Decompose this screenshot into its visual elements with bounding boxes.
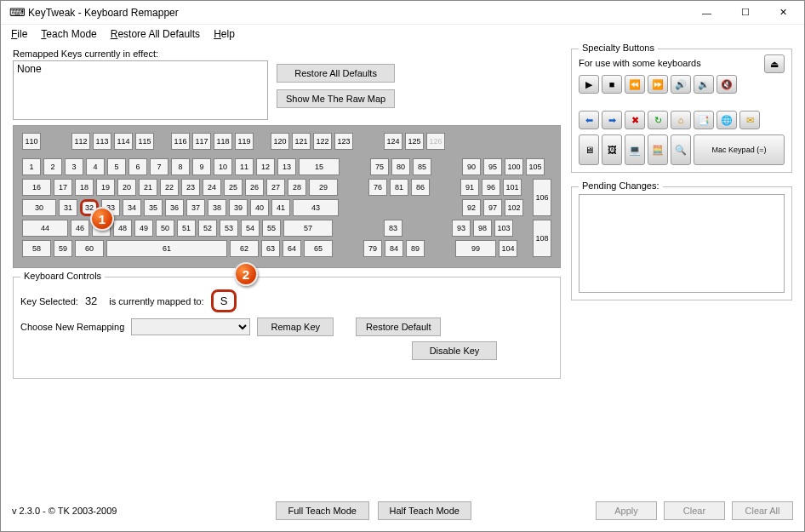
key-80[interactable]: 80 — [391, 158, 410, 175]
key-76[interactable]: 76 — [368, 179, 387, 196]
key-99[interactable]: 99 — [455, 240, 496, 257]
key-24[interactable]: 24 — [203, 179, 221, 196]
key-100[interactable]: 100 — [505, 158, 523, 175]
key-104[interactable]: 104 — [499, 240, 517, 257]
calculator-icon[interactable]: 🧮 — [648, 134, 668, 165]
half-teach-button[interactable]: Half Teach Mode — [378, 501, 471, 520]
key-52[interactable]: 52 — [198, 220, 217, 237]
key-34[interactable]: 34 — [123, 199, 141, 216]
key-19[interactable]: 19 — [96, 179, 115, 196]
key-98[interactable]: 98 — [473, 220, 492, 237]
mail-icon[interactable]: ✉ — [739, 111, 760, 129]
key-110[interactable]: 110 — [22, 133, 41, 150]
full-teach-button[interactable]: Full Teach Mode — [276, 501, 369, 520]
key-81[interactable]: 81 — [390, 179, 408, 196]
key-46[interactable]: 46 — [71, 220, 89, 237]
key-54[interactable]: 54 — [241, 220, 260, 237]
key-126[interactable]: 126 — [426, 133, 445, 150]
key-41[interactable]: 41 — [271, 199, 290, 216]
key-117[interactable]: 117 — [192, 133, 211, 150]
key-17[interactable]: 17 — [54, 179, 72, 196]
clear-button[interactable]: Clear — [664, 501, 725, 520]
key-2[interactable]: 2 — [43, 158, 62, 175]
key-1[interactable]: 1 — [22, 158, 41, 175]
key-38[interactable]: 38 — [208, 199, 226, 216]
key-30[interactable]: 30 — [22, 199, 56, 216]
disable-key-button[interactable]: Disable Key — [412, 341, 497, 360]
key-102[interactable]: 102 — [505, 199, 523, 216]
key-75[interactable]: 75 — [370, 158, 389, 175]
key-23[interactable]: 23 — [181, 179, 200, 196]
menu-file[interactable]: File — [6, 26, 32, 42]
key-114[interactable]: 114 — [114, 133, 133, 150]
key-122[interactable]: 122 — [313, 133, 332, 150]
key-26[interactable]: 26 — [245, 179, 264, 196]
key-35[interactable]: 35 — [144, 199, 163, 216]
key-83[interactable]: 83 — [384, 220, 402, 237]
key-57[interactable]: 57 — [283, 220, 333, 237]
key-39[interactable]: 39 — [229, 199, 248, 216]
key-49[interactable]: 49 — [134, 220, 153, 237]
refresh-icon[interactable]: ↻ — [648, 111, 668, 129]
key-59[interactable]: 59 — [54, 240, 72, 257]
key-113[interactable]: 113 — [93, 133, 111, 150]
key-85[interactable]: 85 — [413, 158, 431, 175]
key-118[interactable]: 118 — [214, 133, 232, 150]
clear-all-button[interactable]: Clear All — [732, 501, 793, 520]
key-9[interactable]: 9 — [192, 158, 211, 175]
key-3[interactable]: 3 — [65, 158, 83, 175]
vol-down-icon[interactable]: 🔉 — [694, 75, 714, 94]
key-55[interactable]: 55 — [262, 220, 281, 237]
restore-all-defaults-button[interactable]: Restore All Defaults — [277, 64, 395, 83]
key-18[interactable]: 18 — [75, 179, 94, 196]
key-65[interactable]: 65 — [304, 240, 333, 257]
favorites-icon[interactable]: 📑 — [694, 111, 714, 129]
key-124[interactable]: 124 — [384, 133, 402, 150]
desktop-icon[interactable]: 🖼 — [602, 134, 622, 165]
mycomputer-icon[interactable]: 🖥 — [579, 134, 599, 165]
play-icon[interactable]: ▶ — [579, 75, 599, 94]
key-103[interactable]: 103 — [494, 220, 513, 237]
key[interactable]: 106 — [533, 179, 551, 216]
key-90[interactable]: 90 — [462, 158, 481, 175]
key-43[interactable]: 43 — [293, 199, 339, 216]
key-21[interactable]: 21 — [139, 179, 157, 196]
key-101[interactable]: 101 — [503, 179, 522, 196]
key-62[interactable]: 62 — [230, 240, 259, 257]
key-31[interactable]: 31 — [59, 199, 77, 216]
key-92[interactable]: 92 — [462, 199, 481, 216]
vol-up-icon[interactable]: 🔊 — [671, 75, 691, 94]
key-20[interactable]: 20 — [117, 179, 136, 196]
key-115[interactable]: 115 — [135, 133, 154, 150]
key-44[interactable]: 44 — [22, 220, 68, 237]
key-51[interactable]: 51 — [177, 220, 196, 237]
key-116[interactable]: 116 — [171, 133, 190, 150]
remap-combo[interactable] — [131, 318, 250, 335]
mute-icon[interactable]: 🔇 — [717, 75, 737, 94]
key-53[interactable]: 53 — [220, 220, 238, 237]
key-22[interactable]: 22 — [160, 179, 179, 196]
key-93[interactable]: 93 — [452, 220, 471, 237]
key-16[interactable]: 16 — [22, 179, 51, 196]
eject-icon[interactable]: ⏏ — [764, 54, 785, 73]
monitor-icon[interactable]: 💻 — [625, 134, 645, 165]
key-125[interactable]: 125 — [405, 133, 424, 150]
key-120[interactable]: 120 — [271, 133, 289, 150]
key-105[interactable]: 105 — [526, 158, 545, 175]
stop-web-icon[interactable]: ✖ — [625, 111, 645, 129]
next-icon[interactable]: ⏩ — [648, 75, 668, 94]
key-79[interactable]: 79 — [363, 240, 382, 257]
key-48[interactable]: 48 — [113, 220, 132, 237]
minimize-button[interactable]: — — [688, 1, 726, 25]
key-123[interactable]: 123 — [334, 133, 353, 150]
key-121[interactable]: 121 — [292, 133, 311, 150]
prev-icon[interactable]: ⏪ — [625, 75, 645, 94]
key-40[interactable]: 40 — [250, 199, 269, 216]
menu-teach[interactable]: Teach Mode — [36, 26, 101, 42]
key-25[interactable]: 25 — [224, 179, 243, 196]
show-raw-map-button[interactable]: Show Me The Raw Map — [277, 89, 395, 108]
key-112[interactable]: 112 — [71, 133, 90, 150]
key-63[interactable]: 63 — [261, 240, 280, 257]
stop-icon[interactable]: ■ — [602, 75, 622, 94]
key-119[interactable]: 119 — [235, 133, 254, 150]
